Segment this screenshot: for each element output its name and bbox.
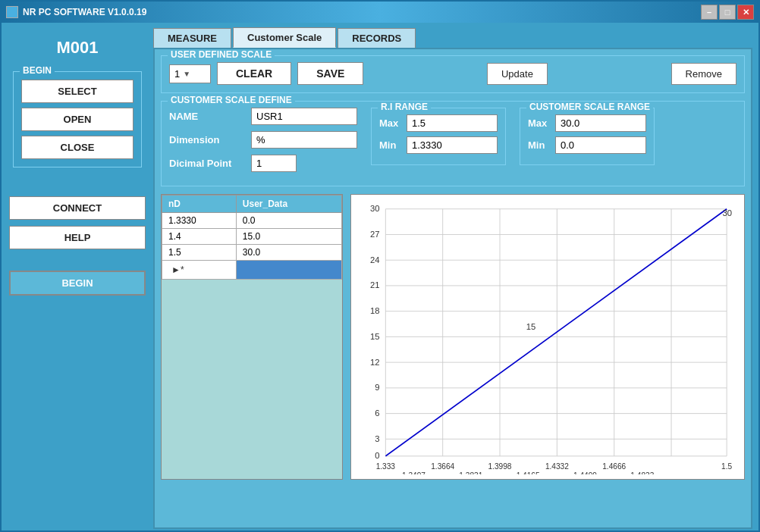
cs-min-row: Min (528, 136, 646, 154)
maximize-button[interactable]: □ (719, 5, 736, 20)
name-label: NAME (169, 111, 245, 122)
scale-dropdown[interactable]: 1 ▼ (169, 64, 211, 83)
dimension-input[interactable] (251, 131, 357, 149)
chart-svg: 0 3 6 9 12 15 18 21 24 27 30 (356, 199, 740, 474)
dropdown-value: 1 (174, 68, 180, 80)
data-table-container: nD User_Data 1.3330 0.0 (161, 194, 343, 480)
svg-text:21: 21 (370, 280, 380, 289)
svg-text:27: 27 (370, 230, 380, 239)
decimal-input[interactable] (251, 155, 297, 172)
title-bar-left: NR PC SOFTWARE V1.0.0.19 (6, 6, 146, 18)
save-button[interactable]: SAVE (297, 62, 363, 85)
ri-min-input[interactable] (407, 136, 498, 154)
csd-row: NAME Dimension Dicimal Point (169, 108, 736, 178)
dimension-label: Dimension (169, 134, 245, 146)
col-nd: nD (162, 196, 237, 213)
table-row: 1.5 30.0 (162, 245, 342, 261)
svg-text:1.5: 1.5 (721, 462, 732, 471)
nd-cell: 1.3330 (162, 213, 237, 229)
uds-group-label: USER DEFINED SCALE (168, 49, 275, 60)
ri-max-row: Max (379, 114, 498, 132)
begin-group: BEGIN SELECT OPEN CLOSE (13, 71, 142, 167)
new-row-indicator: ►* (168, 263, 230, 277)
svg-text:18: 18 (370, 306, 380, 315)
new-ud-cell[interactable] (236, 261, 341, 280)
tab-customer-scale[interactable]: Customer Scale (233, 27, 336, 48)
nd-cell: 1.4 (162, 229, 237, 245)
cs-range-label: CUSTOMER SCALE RANGE (526, 102, 653, 112)
chevron-down-icon: ▼ (183, 70, 190, 78)
device-label: M001 (56, 38, 98, 58)
svg-text:6: 6 (375, 408, 379, 418)
nd-cell: 1.5 (162, 245, 237, 261)
svg-text:1.4499: 1.4499 (573, 471, 597, 474)
title-bar: NR PC SOFTWARE V1.0.0.19 – □ ✕ (2, 2, 758, 23)
svg-text:1.4332: 1.4332 (545, 462, 569, 471)
decimal-field-row: Dicimal Point (169, 155, 357, 172)
ri-min-row: Min (379, 136, 498, 154)
table-row: 1.4 15.0 (162, 229, 342, 245)
table-row: 1.3330 0.0 (162, 213, 342, 229)
csd-fields: NAME Dimension Dicimal Point (169, 108, 357, 178)
uds-row: 1 ▼ CLEAR SAVE Update Remove (169, 62, 736, 85)
svg-text:1.333: 1.333 (376, 462, 396, 471)
svg-text:15: 15 (370, 332, 380, 341)
ud-cell: 0.0 (236, 213, 341, 229)
cs-max-row: Max (528, 114, 646, 132)
sidebar: M001 BEGIN SELECT OPEN CLOSE CONNECT HEL… (2, 23, 153, 532)
customer-scale-define-group: CUSTOMER SCALE DEFINE NAME Dimension (161, 101, 745, 186)
svg-text:1.3497: 1.3497 (402, 471, 426, 474)
csd-group-label: CUSTOMER SCALE DEFINE (168, 95, 295, 105)
dimension-field-row: Dimension (169, 131, 357, 149)
svg-text:0: 0 (375, 451, 379, 460)
minimize-button[interactable]: – (701, 5, 718, 20)
tab-measure[interactable]: MEASURE (153, 28, 231, 48)
begin-group-label: BEGIN (20, 65, 55, 76)
tab-records[interactable]: RECORDS (338, 28, 416, 48)
new-row[interactable]: ►* (162, 261, 342, 280)
svg-text:1.3831: 1.3831 (459, 471, 482, 474)
close-window-button[interactable]: ✕ (737, 5, 754, 20)
app-window: NR PC SOFTWARE V1.0.0.19 – □ ✕ M001 BEGI… (0, 0, 760, 532)
ri-min-label: Min (379, 139, 402, 151)
close-button[interactable]: CLOSE (21, 136, 133, 159)
connect-button[interactable]: CONNECT (9, 196, 146, 220)
ri-max-input[interactable] (407, 114, 498, 132)
user-defined-scale-group: USER DEFINED SCALE 1 ▼ CLEAR SAVE Update… (161, 55, 745, 93)
ri-range-label: R.I RANGE (378, 102, 431, 112)
open-button[interactable]: OPEN (21, 108, 133, 131)
ri-range-group: R.I RANGE Max Min (371, 108, 506, 165)
new-nd-cell[interactable]: ►* (162, 261, 237, 280)
content-area: MEASURE Customer Scale RECORDS USER DEFI… (153, 23, 758, 532)
ud-cell: 15.0 (236, 229, 341, 245)
begin-button[interactable]: BEGIN (9, 271, 146, 296)
app-title: NR PC SOFTWARE V1.0.0.19 (23, 7, 146, 17)
decimal-label: Dicimal Point (169, 158, 245, 169)
bottom-area: nD User_Data 1.3330 0.0 (161, 194, 745, 480)
tabs-bar: MEASURE Customer Scale RECORDS (153, 27, 752, 48)
select-button[interactable]: SELECT (21, 80, 133, 103)
svg-text:1.3998: 1.3998 (488, 462, 512, 471)
main-container: M001 BEGIN SELECT OPEN CLOSE CONNECT HEL… (2, 23, 758, 532)
svg-text:24: 24 (370, 255, 380, 264)
svg-text:1.3664: 1.3664 (431, 462, 454, 471)
main-panel: USER DEFINED SCALE 1 ▼ CLEAR SAVE Update… (153, 48, 752, 529)
svg-text:9: 9 (375, 383, 379, 392)
svg-text:15: 15 (526, 322, 536, 331)
svg-line-40 (385, 209, 727, 456)
name-field-row: NAME (169, 108, 357, 125)
data-table: nD User_Data 1.3330 0.0 (162, 195, 342, 280)
clear-button[interactable]: CLEAR (217, 62, 291, 85)
svg-text:30: 30 (723, 208, 733, 217)
cs-min-input[interactable] (555, 136, 646, 154)
remove-button[interactable]: Remove (671, 63, 736, 85)
ri-max-label: Max (379, 117, 402, 129)
customer-scale-range-group: CUSTOMER SCALE RANGE Max Min (520, 108, 655, 165)
update-button[interactable]: Update (487, 63, 548, 85)
help-button[interactable]: HELP (9, 226, 146, 249)
ud-cell: 30.0 (236, 245, 341, 261)
cs-max-input[interactable] (555, 114, 646, 132)
col-user-data: User_Data (236, 196, 341, 213)
name-input[interactable] (251, 108, 357, 125)
chart-area: 0 3 6 9 12 15 18 21 24 27 30 (350, 194, 745, 480)
